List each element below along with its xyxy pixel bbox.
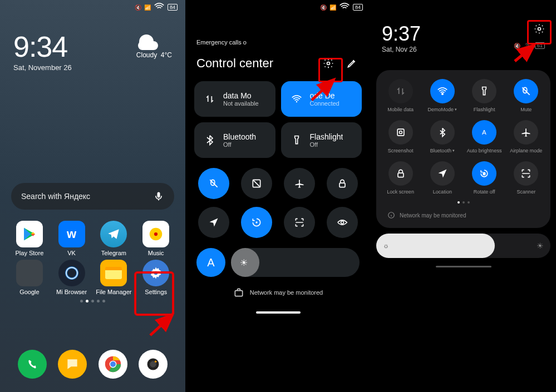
location-icon	[208, 217, 219, 228]
signal-icon: 📶	[329, 4, 336, 11]
cc-screenshot-button[interactable]	[241, 168, 272, 199]
svg-rect-22	[397, 129, 404, 136]
cc-rotate-button[interactable]	[241, 207, 272, 238]
svg-point-12	[155, 361, 157, 363]
battery-indicator: 84	[168, 4, 178, 11]
info-icon	[387, 211, 395, 219]
app-google-folder[interactable]: Google	[10, 260, 49, 295]
screenshot-icon	[251, 178, 262, 189]
weather-widget[interactable]: Cloudy 4°C	[136, 34, 172, 59]
signal-icon: 📶	[144, 4, 151, 11]
svg-point-2	[154, 232, 158, 236]
sun-low-icon: ☼	[383, 242, 389, 250]
briefcase-icon	[233, 287, 244, 298]
wifi-status-icon	[339, 1, 350, 13]
search-bar[interactable]: Search with Яндекс	[11, 183, 174, 210]
qs-item-mobile-data[interactable]: Mobile data	[380, 79, 421, 112]
scanner-icon	[294, 217, 305, 228]
control-center: 🔇 📶 84 Emergency calls o Control center …	[185, 0, 371, 392]
rotate-lock-icon	[251, 217, 262, 228]
homescreen: 🔇 📶 84 9:34 Sat, November 26 Cloudy 4°C …	[0, 0, 185, 392]
svg-rect-25	[398, 173, 404, 177]
search-placeholder: Search with Яндекс	[21, 192, 153, 201]
flashlight-icon	[291, 135, 302, 146]
qs-item-mute[interactable]: Mute	[505, 79, 547, 112]
bluetooth-icon	[204, 135, 215, 146]
dock-phone[interactable]	[18, 350, 47, 379]
annotation-highlight-cc-gear	[318, 58, 343, 82]
status-bar: 🔇 📶 84	[0, 0, 185, 14]
battery-indicator: 84	[353, 4, 363, 11]
svg-point-23	[399, 131, 402, 134]
qs-brightness-slider[interactable]: ☼ ☀	[376, 234, 550, 258]
app-file-manager[interactable]: File Manager	[95, 260, 134, 295]
dock-camera[interactable]	[139, 350, 168, 379]
cloud-icon	[136, 34, 161, 51]
dock	[0, 342, 185, 386]
qs-item-auto-brightness[interactable]: AAuto brightness	[464, 120, 505, 153]
tile-flashlight[interactable]: FlashlightOff	[281, 122, 362, 158]
cc-edit-button[interactable]	[344, 56, 360, 71]
eye-icon	[337, 217, 348, 228]
dock-chrome[interactable]	[99, 350, 127, 379]
control-center-title: Control center	[196, 56, 273, 71]
network-monitored-notice[interactable]: Network may be monitored	[185, 277, 371, 308]
tile-wifi[interactable]: ode DeConnected	[281, 81, 362, 117]
auto-brightness-button[interactable]: A	[196, 248, 225, 277]
qs-item-demomode[interactable]: DemoMode▾	[421, 79, 463, 112]
airplane-icon	[294, 178, 305, 189]
emergency-calls-label: Emergency calls o	[185, 14, 371, 46]
annotation-highlight-settings	[134, 271, 174, 316]
drag-handle[interactable]	[256, 311, 301, 314]
tile-bluetooth[interactable]: BluetoothOff	[194, 122, 275, 158]
svg-point-9	[110, 361, 116, 367]
nav-handle[interactable]	[436, 266, 491, 267]
cc-mute-button[interactable]	[198, 168, 229, 199]
svg-point-21	[442, 93, 444, 95]
cc-scanner-button[interactable]	[284, 207, 315, 238]
qs-item-bluetooth[interactable]: Bluetooth▾	[421, 120, 463, 153]
svg-text:A: A	[482, 128, 486, 136]
cc-location-button[interactable]	[198, 207, 229, 238]
mic-icon[interactable]	[153, 191, 164, 202]
cc-airplane-button[interactable]	[284, 168, 315, 199]
qs-item-location[interactable]: Location	[421, 161, 463, 195]
svg-point-18	[341, 221, 343, 224]
svg-rect-16	[339, 183, 345, 187]
quick-settings-panel: 9:37 Sat, Nov 26 🔇 61 Mobile dataDemoMod…	[371, 0, 556, 392]
qs-item-screenshot[interactable]: Screenshot	[380, 120, 421, 153]
app-vk[interactable]: w VK	[52, 221, 91, 256]
svg-rect-0	[158, 192, 160, 198]
qs-network-monitored[interactable]: Network may be monitored	[380, 208, 547, 225]
svg-point-14	[296, 101, 297, 103]
app-music[interactable]: Music	[136, 221, 175, 256]
annotation-highlight-qs-gear	[527, 20, 552, 44]
tile-mobile-data[interactable]: data MoNot available	[194, 81, 275, 117]
svg-point-4	[66, 267, 77, 279]
app-mi-browser[interactable]: Mi Browser	[52, 260, 91, 295]
data-icon	[204, 93, 215, 105]
status-bar: 🔇 📶 84	[185, 0, 371, 14]
app-grid-row1: Play Store w VK Telegram Music	[0, 210, 185, 256]
mute-icon	[208, 178, 219, 189]
qs-item-lock-screen[interactable]: Lock screen	[380, 161, 421, 195]
mute-status-icon: 🔇	[514, 43, 520, 49]
qs-item-rotate-off[interactable]: Rotate off	[464, 161, 505, 195]
lock-icon	[337, 178, 348, 189]
svg-rect-26	[483, 172, 485, 175]
qs-item-scanner[interactable]: Scanner	[505, 161, 547, 195]
cc-eye-button[interactable]	[327, 207, 358, 238]
mute-status-icon: 🔇	[320, 4, 327, 11]
qs-item-flashlight[interactable]: Flashlight	[464, 79, 505, 112]
qs-page-indicator	[380, 195, 547, 208]
clock-date: Sat, November 26	[13, 63, 172, 72]
cc-lock-button[interactable]	[327, 168, 358, 199]
app-play-store[interactable]: Play Store	[10, 221, 49, 256]
qs-item-airplane-mode[interactable]: Airplane mode	[505, 120, 547, 153]
dock-messages[interactable]	[58, 350, 87, 379]
svg-rect-19	[235, 291, 242, 296]
edit-icon	[346, 58, 357, 69]
brightness-slider[interactable]: ☀	[231, 248, 360, 277]
svg-point-17	[255, 221, 257, 223]
app-telegram[interactable]: Telegram	[95, 221, 134, 256]
